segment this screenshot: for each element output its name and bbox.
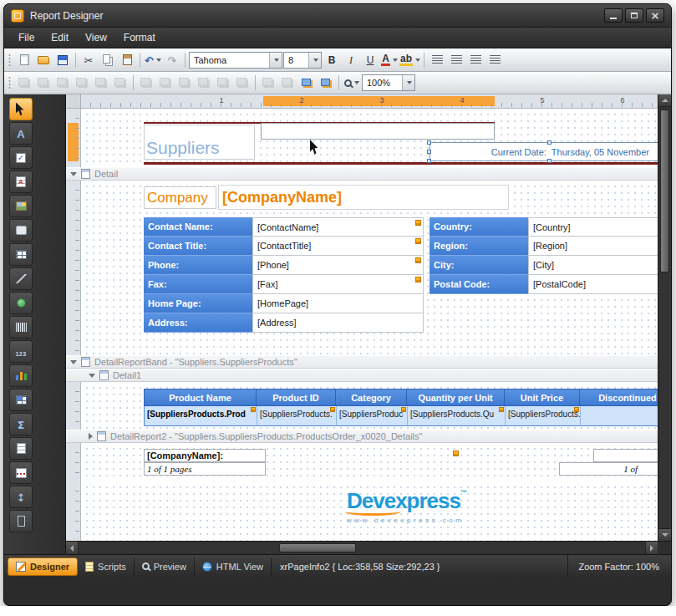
band-strip-detail-report[interactable]: DetailReportBand - "Suppliers.SuppliersP… <box>66 355 658 369</box>
data-field-cell[interactable] <box>581 406 658 426</box>
column-header-cell[interactable]: Product Name <box>144 389 257 406</box>
chart-tool-button[interactable] <box>9 364 33 387</box>
empty-footer-control[interactable] <box>593 449 658 462</box>
align-justify-button[interactable] <box>485 51 504 69</box>
horz-spacing-button[interactable] <box>195 74 213 92</box>
company-name-field-control[interactable]: [CompanyName] <box>218 185 509 210</box>
paste-button[interactable] <box>118 51 136 69</box>
crossband-line-tool-button[interactable] <box>9 486 33 508</box>
vertical-scroll-thumb[interactable] <box>660 109 669 272</box>
column-header-cell[interactable]: Unit Price <box>505 389 580 406</box>
redo-button[interactable] <box>163 51 181 69</box>
scroll-down-button[interactable] <box>658 528 671 541</box>
field-label-cell[interactable]: Postal Code: <box>429 275 528 294</box>
smart-tag-icon[interactable] <box>499 407 504 412</box>
resize-handle[interactable] <box>547 140 551 145</box>
smart-tag-icon[interactable] <box>415 277 421 283</box>
collapse-icon[interactable] <box>89 374 95 378</box>
fit-bounds-button[interactable] <box>278 74 297 92</box>
highlight-color-button[interactable]: ab <box>399 51 420 69</box>
horizontal-scroll-thumb[interactable] <box>279 543 356 552</box>
expand-icon[interactable] <box>89 433 93 440</box>
align-left-button[interactable] <box>428 51 446 69</box>
column-header-cell[interactable]: Quantity per Unit <box>407 389 505 406</box>
band-strip-detail1[interactable]: Detail1 <box>66 369 658 382</box>
font-color-button[interactable]: A <box>380 51 399 69</box>
checkbox-tool-button[interactable] <box>9 146 33 169</box>
data-field-cell[interactable]: [SuppliersProducts.Qu <box>408 406 506 426</box>
zoom-button[interactable] <box>343 74 361 92</box>
line-tool-button[interactable] <box>9 267 33 290</box>
data-field-cell[interactable]: [SuppliersProducts. <box>257 406 337 426</box>
shape-tool-button[interactable] <box>9 292 33 314</box>
scroll-right-button[interactable] <box>645 542 658 554</box>
band-strip-detail[interactable]: Detail <box>66 167 658 181</box>
column-header-cell[interactable]: Discontinued <box>580 389 658 406</box>
align-rights-button[interactable] <box>53 74 72 92</box>
sigma-tool-button[interactable] <box>9 413 33 435</box>
field-value-cell[interactable]: [PostalCode] <box>528 275 658 294</box>
save-button[interactable] <box>53 51 72 69</box>
align-lefts-button[interactable] <box>15 74 33 92</box>
pointer-tool-button[interactable] <box>9 98 33 120</box>
collapse-icon[interactable] <box>70 172 77 176</box>
tab-preview[interactable]: Preview <box>135 557 195 576</box>
open-button[interactable] <box>34 51 53 69</box>
company-label-control[interactable]: Company <box>144 186 216 209</box>
field-label-cell[interactable]: Phone: <box>144 256 252 275</box>
align-bottoms-button[interactable] <box>111 74 130 92</box>
combo-arrow[interactable] <box>308 53 321 68</box>
company-name-footer-control[interactable]: [CompanyName]: <box>144 449 266 462</box>
zoom-combo[interactable]: 100% <box>362 74 415 91</box>
italic-button[interactable]: I <box>342 51 360 69</box>
field-label-cell[interactable]: Address: <box>144 313 252 333</box>
close-button[interactable]: × <box>646 8 664 23</box>
field-value-cell[interactable]: [Country] <box>528 217 658 237</box>
field-label-cell[interactable]: Contact Title: <box>144 237 252 256</box>
smart-tag-icon[interactable] <box>415 238 421 244</box>
panel-tool-button[interactable] <box>9 219 33 242</box>
empty-label-control[interactable] <box>261 123 495 140</box>
combo-arrow[interactable] <box>269 53 282 68</box>
band-strip-detail-report2[interactable]: DetailReport2 - "Suppliers.SuppliersProd… <box>66 430 658 443</box>
resize-handle[interactable] <box>427 140 431 145</box>
tab-designer[interactable]: Designer <box>8 557 78 576</box>
resize-handle[interactable] <box>427 150 431 154</box>
crossband-box-tool-button[interactable] <box>9 510 33 532</box>
undo-button[interactable] <box>144 51 162 69</box>
menu-edit[interactable]: Edit <box>43 29 76 46</box>
smart-tag-icon[interactable] <box>401 407 406 412</box>
send-to-back-button[interactable] <box>317 74 335 92</box>
field-label-cell[interactable]: Home Page: <box>144 294 252 313</box>
column-header-cell[interactable]: Product ID <box>257 389 336 406</box>
pageinfo-tool-button[interactable] <box>9 437 33 460</box>
field-value-cell[interactable]: [Fax] <box>252 275 424 294</box>
underline-button[interactable]: U <box>361 51 379 69</box>
label-tool-button[interactable] <box>9 122 33 145</box>
vert-spacing-button[interactable] <box>214 74 232 92</box>
vertical-scrollbar[interactable] <box>658 94 671 541</box>
data-field-cell[interactable]: [SuppliersProduc <box>337 406 408 426</box>
same-size-button[interactable] <box>156 74 175 92</box>
align-right-button[interactable] <box>466 51 485 69</box>
combo-arrow[interactable] <box>402 75 414 90</box>
copy-button[interactable] <box>99 51 117 69</box>
font-size-combo[interactable]: 8 <box>283 52 322 69</box>
devexpress-logo[interactable]: Devexpress™ www.devexpress.com <box>347 490 466 524</box>
field-label-cell[interactable]: Country: <box>429 217 528 237</box>
horizontal-scrollbar[interactable] <box>66 542 658 554</box>
field-label-cell[interactable]: Region: <box>429 237 528 256</box>
field-label-cell[interactable]: Fax: <box>144 275 252 294</box>
field-label-cell[interactable]: Contact Name: <box>144 217 252 237</box>
font-name-combo[interactable]: Tahoma <box>189 52 282 69</box>
menu-format[interactable]: Format <box>116 29 163 46</box>
column-header-cell[interactable]: Category <box>336 389 407 406</box>
align-centers-button[interactable] <box>34 74 53 92</box>
bring-to-front-button[interactable] <box>297 74 316 92</box>
pivotgrid-tool-button[interactable] <box>9 389 33 411</box>
maximize-button[interactable] <box>625 8 643 23</box>
toolbar-grip[interactable] <box>8 76 11 89</box>
resize-handle[interactable] <box>427 159 431 163</box>
same-width-button[interactable] <box>137 74 155 92</box>
bold-button[interactable]: B <box>323 51 341 69</box>
